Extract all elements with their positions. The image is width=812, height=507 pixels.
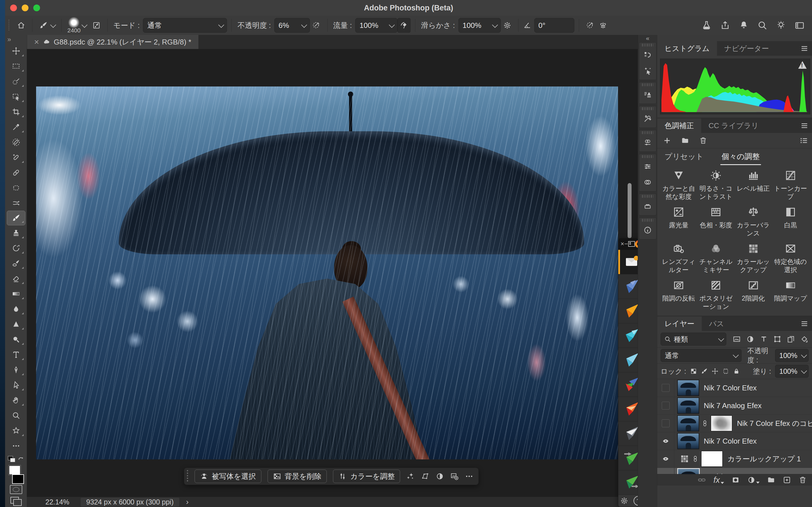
brush-picker-chevron[interactable] [82,22,87,27]
workspace-icon[interactable] [795,20,805,31]
tool-gradient[interactable] [7,286,25,301]
adjustment-color-vibrance[interactable]: カラーと自然な彩度 [660,167,697,201]
swap-colors-control[interactable] [8,453,24,465]
tool-pen[interactable] [7,362,25,378]
home-button[interactable] [15,18,28,33]
foreground-background-swatches[interactable] [7,465,25,485]
tab-adjustments[interactable]: 色調補正 [657,118,701,133]
panel-icon-history[interactable] [639,47,656,63]
add-mask-icon[interactable] [731,476,740,484]
airbrush-toggle[interactable] [398,18,410,33]
smoothing-options-gear[interactable] [501,18,514,33]
swap-arrow-icon[interactable] [17,456,24,462]
adjustment-selective-color[interactable]: 特定色域の選択 [772,240,809,274]
layer-style-fx-icon[interactable]: fx [713,475,724,485]
tool-selection-brush[interactable] [7,74,25,89]
adjustment-black-white[interactable]: 白黒 [772,204,809,237]
filter-smart-object-icon[interactable] [786,335,795,343]
panel-menu-icon[interactable] [800,121,809,130]
add-adjustment-icon[interactable] [663,136,671,145]
zoom-level[interactable]: 22.14% [45,498,69,506]
nik-layout-icon[interactable] [628,241,635,247]
gear-icon[interactable] [620,497,628,505]
layer-opacity-value[interactable]: 100% [775,349,809,362]
filter-image-icon[interactable] [732,335,741,343]
tool-move[interactable] [7,43,25,59]
pressure-opacity-toggle[interactable] [310,18,323,33]
default-colors-icon[interactable] [8,456,15,462]
tool-sharpen[interactable] [7,317,25,332]
tool-patch[interactable] [7,180,25,195]
filter-frame-icon[interactable] [773,335,781,343]
warning-icon[interactable] [798,61,807,69]
new-adjustment-icon[interactable] [747,476,760,484]
tool-zoom[interactable] [7,408,25,423]
delete-layer-icon[interactable] [799,476,807,484]
group-folder-icon[interactable] [681,136,689,145]
layer-mask-thumbnail[interactable] [701,451,723,467]
brush-preset-picker[interactable]: 2400 [67,17,81,34]
tool-dodge[interactable] [7,332,25,347]
beaker-icon[interactable] [702,20,712,31]
panel-icon-tool-options[interactable] [639,111,656,126]
lock-all-icon[interactable] [733,368,740,375]
task-bar-grip[interactable] [187,470,188,483]
panel-icon-channels[interactable] [639,135,656,151]
layer-row[interactable]: Nik 7 Color Efex [657,432,812,450]
layer-mask-thumbnail[interactable] [711,415,732,432]
tool-brush[interactable] [7,211,26,225]
layer-thumbnail[interactable] [677,415,699,432]
subtab-individual[interactable]: 個々の調整 [720,149,761,165]
tool-path-select[interactable] [7,378,25,393]
visibility-toggle[interactable] [657,432,674,450]
tool-blur[interactable] [7,301,25,317]
adjust-colors-button[interactable]: カラーを調整 [333,469,400,483]
visibility-toggle[interactable] [657,450,674,467]
adjustment-channel-mixer[interactable]: チャンネルミキサー [697,240,734,274]
adjustment-photo-filter[interactable]: レンズフィルター [660,240,697,274]
adjustment-color-lookup[interactable]: カラールックアップ [735,240,772,274]
panel-icon-layer-comps[interactable] [639,174,656,190]
search-icon[interactable] [757,20,767,31]
panel-icon-quick-actions[interactable] [639,63,656,78]
tab-histogram[interactable]: ヒストグラム [657,41,717,56]
tool-type[interactable] [7,347,25,362]
quick-mask-button[interactable] [10,485,22,494]
adjustment-icon[interactable] [436,470,444,483]
symmetry-toggle[interactable] [597,18,610,33]
adjustment-posterize[interactable]: ポスタリゼーション [697,277,734,311]
layer-fill-value[interactable]: 100% [775,365,809,378]
color-lookup-layer-icon[interactable] [679,454,690,464]
adjustment-threshold[interactable]: 2階調化 [735,277,772,311]
panel-icon-plugins[interactable] [639,198,656,214]
background-color-swatch[interactable] [12,474,24,484]
visibility-toggle[interactable] [657,379,674,397]
layer-filter-select[interactable]: 種類 [661,333,726,346]
foreground-color-swatch[interactable] [9,465,20,475]
tab-paths[interactable]: パス [702,316,731,331]
adjustment-hue-saturation[interactable]: 色相・彩度 [697,204,734,237]
brush-angle-input[interactable]: 0° [534,18,574,33]
new-group-icon[interactable] [767,476,775,484]
visibility-toggle[interactable] [657,414,674,432]
share-icon[interactable] [720,20,730,31]
layer-row[interactable]: Nik 7 Color Efex のコピー [657,414,812,432]
lock-pixels-icon[interactable] [701,368,708,375]
list-view-icon[interactable] [800,136,808,145]
more-options-icon[interactable] [465,470,473,483]
tool-marquee[interactable] [7,59,25,74]
toolbox-expand-icon[interactable]: » [5,35,11,43]
layer-blend-mode-select[interactable]: 通常 [661,349,742,362]
dock-collapse-icon[interactable]: « [638,35,657,42]
document-tab[interactable]: × G88.psdc @ 22.1% (レイヤー 2, RGB/8) * [27,35,199,49]
flow-select[interactable]: 100% [355,18,398,33]
document-info[interactable]: 9324 px x 6000 px (300 ppi) [81,498,179,506]
tool-object-selection[interactable] [7,89,25,104]
trash-icon[interactable] [699,136,707,145]
lightbulb-icon[interactable] [776,20,786,31]
tab-cc-libraries[interactable]: CC ライブラリ [701,118,766,133]
new-layer-icon[interactable] [783,476,791,484]
adjustment-exposure[interactable]: 露光量 [660,204,697,237]
nik-minimize-icon[interactable]: − [624,240,628,247]
pressure-size-toggle[interactable] [583,18,597,33]
